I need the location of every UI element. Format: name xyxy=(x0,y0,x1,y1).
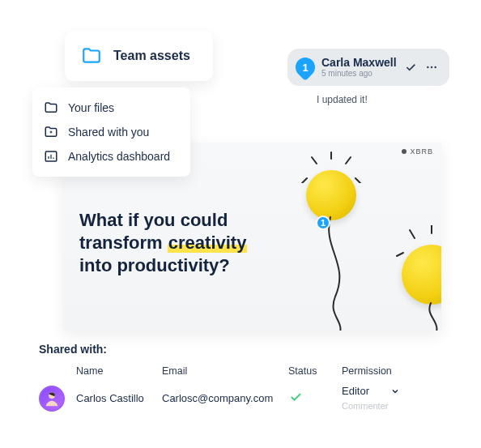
lightbulb-graphic xyxy=(306,170,356,220)
share-table-row: Carlos Castillo Carlosc@company.com Edit… xyxy=(39,385,452,412)
nav-header-card[interactable]: Team assets xyxy=(65,31,213,81)
nav-header-label: Team assets xyxy=(113,49,190,63)
folder-shared-icon xyxy=(44,125,58,139)
comment-card: 1 Carla Maxwell 5 minutes ago I updated … xyxy=(287,49,449,105)
permission-cell: Editor Commenter xyxy=(342,385,439,412)
chevron-down-icon xyxy=(390,386,400,396)
nav-item-label: Analytics dashboard xyxy=(68,150,170,163)
col-status: Status xyxy=(288,365,337,377)
nav-item-analytics[interactable]: Analytics dashboard xyxy=(42,144,172,169)
svg-point-3 xyxy=(434,66,436,68)
comment-author: Carla Maxwell xyxy=(321,57,397,69)
folder-outline-icon xyxy=(44,100,58,115)
shared-with-section: Shared with: Name Email Status Permissio… xyxy=(39,343,452,412)
svg-point-1 xyxy=(427,66,428,68)
svg-point-2 xyxy=(431,66,432,68)
share-name: Carlos Castillo xyxy=(76,392,157,404)
nav-item-label: Shared with you xyxy=(68,126,149,139)
folder-icon xyxy=(81,45,102,66)
analytics-icon xyxy=(44,149,58,164)
slide-brand-label: XBRB xyxy=(402,147,433,156)
status-check-icon xyxy=(288,390,337,407)
share-table-header: Name Email Status Permission xyxy=(39,365,452,377)
comment-header[interactable]: 1 Carla Maxwell 5 minutes ago xyxy=(287,49,449,86)
col-email: Email xyxy=(162,365,283,377)
annotation-marker-icon[interactable]: 1 xyxy=(316,215,330,230)
resolve-check-icon[interactable] xyxy=(404,61,417,74)
col-name: Name xyxy=(76,365,157,377)
more-menu-icon[interactable] xyxy=(425,61,438,74)
col-permission: Permission xyxy=(342,365,439,377)
permission-select[interactable]: Editor xyxy=(342,385,439,399)
nav-item-shared[interactable]: Shared with you xyxy=(42,120,172,144)
nav-list: Your files Shared with you Analytics das… xyxy=(32,87,190,177)
avatar[interactable] xyxy=(39,386,65,412)
permission-value: Editor xyxy=(342,385,369,399)
permission-alt: Commenter xyxy=(342,400,439,412)
share-email: Carlosc@company.com xyxy=(162,392,283,404)
hero-headline: What if you could transform creativity i… xyxy=(79,209,282,277)
nav-item-your-files[interactable]: Your files xyxy=(42,96,172,120)
nav-item-label: Your files xyxy=(68,101,114,114)
lightbulb-graphic xyxy=(402,245,441,305)
comment-marker-icon: 1 xyxy=(292,53,319,81)
comment-timestamp: 5 minutes ago xyxy=(321,69,397,78)
comment-body: I updated it! xyxy=(317,94,449,105)
shared-with-heading: Shared with: xyxy=(39,343,452,356)
